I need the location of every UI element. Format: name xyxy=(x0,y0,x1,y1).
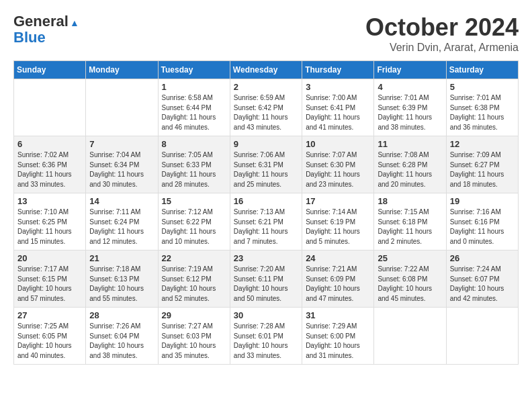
day-number: 3 xyxy=(306,82,370,92)
day-detail: Sunrise: 7:05 AMSunset: 6:33 PMDaylight:… xyxy=(162,150,226,189)
day-number: 17 xyxy=(306,196,370,206)
day-detail: Sunrise: 7:06 AMSunset: 6:31 PMDaylight:… xyxy=(234,150,298,189)
day-number: 1 xyxy=(162,82,226,92)
calendar-day-cell: 9Sunrise: 7:06 AMSunset: 6:31 PMDaylight… xyxy=(230,136,302,193)
calendar-day-cell: 24Sunrise: 7:21 AMSunset: 6:09 PMDayligh… xyxy=(302,250,374,308)
day-number: 9 xyxy=(234,139,298,149)
day-detail: Sunrise: 7:00 AMSunset: 6:41 PMDaylight:… xyxy=(306,93,370,132)
calendar-day-cell: 12Sunrise: 7:09 AMSunset: 6:27 PMDayligh… xyxy=(446,136,518,193)
calendar-day-cell: 13Sunrise: 7:10 AMSunset: 6:25 PMDayligh… xyxy=(14,193,86,250)
day-detail: Sunrise: 7:14 AMSunset: 6:19 PMDaylight:… xyxy=(306,208,370,246)
calendar-day-cell: 31Sunrise: 7:29 AMSunset: 6:00 PMDayligh… xyxy=(302,308,374,365)
day-number: 8 xyxy=(162,139,226,149)
day-number: 29 xyxy=(162,310,226,320)
calendar-day-cell: 6Sunrise: 7:02 AMSunset: 6:36 PMDaylight… xyxy=(14,136,86,193)
day-number: 11 xyxy=(378,139,442,149)
day-detail: Sunrise: 7:26 AMSunset: 6:04 PMDaylight:… xyxy=(89,322,154,361)
day-detail: Sunrise: 7:09 AMSunset: 6:27 PMDaylight:… xyxy=(450,150,515,189)
calendar-day-cell: 18Sunrise: 7:15 AMSunset: 6:18 PMDayligh… xyxy=(374,193,446,250)
weekday-header: Wednesday xyxy=(230,61,302,79)
day-detail: Sunrise: 7:15 AMSunset: 6:18 PMDaylight:… xyxy=(378,208,442,246)
day-detail: Sunrise: 7:28 AMSunset: 6:01 PMDaylight:… xyxy=(234,322,298,361)
day-number: 23 xyxy=(234,253,298,263)
weekday-header: Saturday xyxy=(446,61,518,79)
calendar-day-cell xyxy=(374,308,446,365)
day-number: 31 xyxy=(306,310,370,320)
day-detail: Sunrise: 7:17 AMSunset: 6:15 PMDaylight:… xyxy=(17,265,82,304)
weekday-header: Tuesday xyxy=(158,61,230,79)
calendar-day-cell: 22Sunrise: 7:19 AMSunset: 6:12 PMDayligh… xyxy=(158,250,230,308)
day-number: 28 xyxy=(89,310,154,320)
day-number: 25 xyxy=(378,253,442,263)
day-detail: Sunrise: 7:13 AMSunset: 6:21 PMDaylight:… xyxy=(234,208,298,246)
title-block: October 2024 Verin Dvin, Ararat, Armenia xyxy=(365,13,519,54)
calendar-day-cell: 20Sunrise: 7:17 AMSunset: 6:15 PMDayligh… xyxy=(14,250,86,308)
logo-bird-icon: ▲ xyxy=(70,17,79,28)
weekday-header: Thursday xyxy=(302,61,374,79)
calendar-week-row: 20Sunrise: 7:17 AMSunset: 6:15 PMDayligh… xyxy=(14,250,519,308)
day-number: 14 xyxy=(89,196,154,206)
calendar-day-cell: 16Sunrise: 7:13 AMSunset: 6:21 PMDayligh… xyxy=(230,193,302,250)
calendar-day-cell: 25Sunrise: 7:22 AMSunset: 6:08 PMDayligh… xyxy=(374,250,446,308)
day-detail: Sunrise: 7:08 AMSunset: 6:28 PMDaylight:… xyxy=(378,150,442,189)
calendar-day-cell: 19Sunrise: 7:16 AMSunset: 6:16 PMDayligh… xyxy=(446,193,518,250)
day-number: 6 xyxy=(17,139,82,149)
day-number: 24 xyxy=(306,253,370,263)
day-number: 21 xyxy=(89,253,154,263)
day-detail: Sunrise: 7:16 AMSunset: 6:16 PMDaylight:… xyxy=(450,208,515,246)
calendar-table: SundayMondayTuesdayWednesdayThursdayFrid… xyxy=(13,60,519,365)
day-detail: Sunrise: 7:20 AMSunset: 6:11 PMDaylight:… xyxy=(234,265,298,304)
day-number: 18 xyxy=(378,196,442,206)
day-detail: Sunrise: 7:27 AMSunset: 6:03 PMDaylight:… xyxy=(162,322,226,361)
calendar-day-cell: 15Sunrise: 7:12 AMSunset: 6:22 PMDayligh… xyxy=(158,193,230,250)
page-header: General▲ Blue October 2024 Verin Dvin, A… xyxy=(13,13,519,54)
weekday-header: Friday xyxy=(374,61,446,79)
day-number: 16 xyxy=(234,196,298,206)
day-detail: Sunrise: 7:12 AMSunset: 6:22 PMDaylight:… xyxy=(162,208,226,246)
calendar-header-row: SundayMondayTuesdayWednesdayThursdayFrid… xyxy=(14,61,519,79)
day-detail: Sunrise: 7:10 AMSunset: 6:25 PMDaylight:… xyxy=(17,208,82,246)
day-detail: Sunrise: 7:07 AMSunset: 6:30 PMDaylight:… xyxy=(306,150,370,189)
calendar-day-cell: 4Sunrise: 7:01 AMSunset: 6:39 PMDaylight… xyxy=(374,79,446,136)
calendar-day-cell: 5Sunrise: 7:01 AMSunset: 6:38 PMDaylight… xyxy=(446,79,518,136)
day-number: 10 xyxy=(306,139,370,149)
weekday-header: Monday xyxy=(86,61,158,79)
day-number: 19 xyxy=(450,196,515,206)
calendar-week-row: 6Sunrise: 7:02 AMSunset: 6:36 PMDaylight… xyxy=(14,136,519,193)
location: Verin Dvin, Ararat, Armenia xyxy=(365,42,519,54)
calendar-day-cell: 7Sunrise: 7:04 AMSunset: 6:34 PMDaylight… xyxy=(86,136,158,193)
day-number: 2 xyxy=(234,82,298,92)
day-detail: Sunrise: 7:19 AMSunset: 6:12 PMDaylight:… xyxy=(162,265,226,304)
calendar-week-row: 13Sunrise: 7:10 AMSunset: 6:25 PMDayligh… xyxy=(14,193,519,250)
day-detail: Sunrise: 6:59 AMSunset: 6:42 PMDaylight:… xyxy=(234,93,298,132)
calendar-day-cell: 3Sunrise: 7:00 AMSunset: 6:41 PMDaylight… xyxy=(302,79,374,136)
calendar-day-cell: 21Sunrise: 7:18 AMSunset: 6:13 PMDayligh… xyxy=(86,250,158,308)
logo-text-line2: Blue xyxy=(13,30,79,46)
day-detail: Sunrise: 7:25 AMSunset: 6:05 PMDaylight:… xyxy=(17,322,82,361)
day-number: 22 xyxy=(162,253,226,263)
calendar-day-cell: 14Sunrise: 7:11 AMSunset: 6:24 PMDayligh… xyxy=(86,193,158,250)
calendar-day-cell: 11Sunrise: 7:08 AMSunset: 6:28 PMDayligh… xyxy=(374,136,446,193)
calendar-day-cell xyxy=(14,79,86,136)
calendar-week-row: 1Sunrise: 6:58 AMSunset: 6:44 PMDaylight… xyxy=(14,79,519,136)
day-number: 12 xyxy=(450,139,515,149)
calendar-day-cell: 2Sunrise: 6:59 AMSunset: 6:42 PMDaylight… xyxy=(230,79,302,136)
weekday-header: Sunday xyxy=(14,61,86,79)
day-detail: Sunrise: 7:24 AMSunset: 6:07 PMDaylight:… xyxy=(450,265,515,304)
calendar-day-cell: 1Sunrise: 6:58 AMSunset: 6:44 PMDaylight… xyxy=(158,79,230,136)
day-detail: Sunrise: 7:01 AMSunset: 6:38 PMDaylight:… xyxy=(450,93,515,132)
calendar-week-row: 27Sunrise: 7:25 AMSunset: 6:05 PMDayligh… xyxy=(14,308,519,365)
day-detail: Sunrise: 7:11 AMSunset: 6:24 PMDaylight:… xyxy=(89,208,154,246)
day-number: 7 xyxy=(89,139,154,149)
day-detail: Sunrise: 7:01 AMSunset: 6:39 PMDaylight:… xyxy=(378,93,442,132)
day-detail: Sunrise: 7:22 AMSunset: 6:08 PMDaylight:… xyxy=(378,265,442,304)
day-detail: Sunrise: 7:29 AMSunset: 6:00 PMDaylight:… xyxy=(306,322,370,361)
day-detail: Sunrise: 6:58 AMSunset: 6:44 PMDaylight:… xyxy=(162,93,226,132)
day-detail: Sunrise: 7:18 AMSunset: 6:13 PMDaylight:… xyxy=(89,265,154,304)
day-number: 13 xyxy=(17,196,82,206)
calendar-day-cell: 8Sunrise: 7:05 AMSunset: 6:33 PMDaylight… xyxy=(158,136,230,193)
calendar-day-cell: 23Sunrise: 7:20 AMSunset: 6:11 PMDayligh… xyxy=(230,250,302,308)
day-number: 27 xyxy=(17,310,82,320)
day-number: 20 xyxy=(17,253,82,263)
logo: General▲ Blue xyxy=(13,13,79,46)
